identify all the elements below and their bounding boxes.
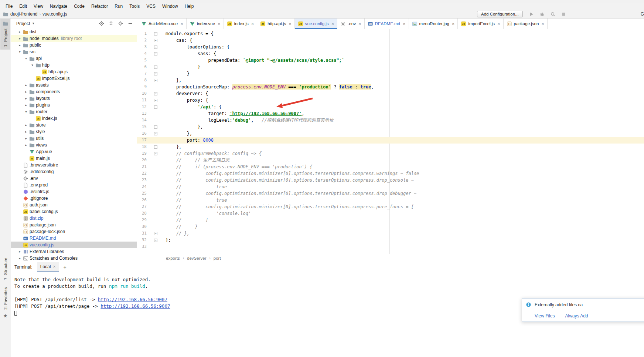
menu-file[interactable]: File (2, 3, 16, 10)
menu-view[interactable]: View (30, 3, 47, 10)
chevron-right-icon[interactable]: ▸ (17, 43, 23, 47)
chevron-right-icon[interactable]: ▸ (23, 97, 29, 100)
editor-tab[interactable]: .env× (337, 18, 364, 29)
fold-marker-icon[interactable]: − (154, 99, 157, 102)
locate-icon[interactable] (99, 21, 104, 26)
editor-tab[interactable]: JShttp-api.js× (257, 18, 294, 29)
tree-row[interactable]: .browserslistrc (11, 162, 137, 168)
tree-row[interactable]: .editorconfig (11, 168, 137, 175)
menu-refactor[interactable]: Refactor (88, 3, 111, 10)
tree-row[interactable]: ▾api (11, 55, 137, 62)
tree-row[interactable]: ▸components (11, 88, 137, 95)
close-icon[interactable]: × (358, 21, 361, 26)
fold-marker-icon[interactable]: − (154, 105, 157, 109)
code-editor[interactable]: 1−module.exports = {2− css: {3− loaderOp… (137, 29, 644, 254)
tree-row[interactable]: ▸utils (11, 135, 137, 142)
tree-row[interactable]: ▸Scratches and Consoles (11, 255, 137, 262)
chevron-right-icon[interactable]: ▸ (23, 83, 29, 87)
tree-row[interactable]: ▸dist (11, 28, 137, 35)
fold-marker-icon[interactable]: − (154, 125, 157, 129)
tree-row[interactable]: .env (11, 175, 137, 182)
breadcrumb-item[interactable]: vue.config.js (42, 11, 67, 17)
chevron-right-icon[interactable]: ▸ (17, 250, 23, 253)
menu-vcs[interactable]: VCS (143, 3, 159, 10)
tree-row[interactable]: JShttp-api.js (11, 68, 137, 75)
editor-tab[interactable]: JSvue.config.js× (295, 18, 338, 29)
new-terminal-button[interactable]: + (63, 264, 66, 270)
editor-tab[interactable]: menuRouter.jpg× (409, 18, 458, 29)
run-icon[interactable] (529, 11, 534, 17)
tree-row[interactable]: ▸node_moduleslibrary root (11, 35, 137, 42)
menu-tools[interactable]: Tools (126, 3, 143, 10)
tree-row[interactable]: ▸public (11, 42, 137, 48)
git-widget[interactable]: Git (641, 11, 644, 17)
tree-row[interactable]: App.vue (11, 148, 137, 155)
menu-help[interactable]: Help (181, 3, 197, 10)
editor-tab[interactable]: MDREADME.md× (365, 18, 409, 29)
close-icon[interactable]: × (251, 21, 254, 26)
close-icon[interactable]: × (218, 21, 221, 26)
project-panel-title[interactable]: Project (16, 21, 30, 26)
tree-row[interactable]: .gitignore (11, 195, 137, 202)
tree-row[interactable]: ▸style (11, 128, 137, 135)
menu-navigate[interactable]: Navigate (47, 3, 71, 10)
search-icon[interactable] (550, 11, 556, 17)
tool-button-project[interactable]: 1: Project (0, 19, 10, 50)
chevron-right-icon[interactable]: ▸ (23, 137, 29, 140)
notification-link[interactable]: View Files (535, 313, 555, 319)
editor-tab[interactable]: JSimportExcel.js× (458, 18, 503, 29)
fold-marker-icon[interactable]: − (154, 39, 157, 42)
notification-link[interactable]: Always Add (565, 313, 588, 319)
editor-breadcrumb-item[interactable]: exports (166, 256, 180, 260)
tree-row[interactable]: ▾http (11, 62, 137, 68)
tree-row[interactable]: JSimportExcel.js (11, 75, 137, 82)
tool-button-favorites[interactable]: 2: Favorites (0, 287, 11, 310)
tree-row[interactable]: ▸views (11, 142, 137, 148)
fold-marker-icon[interactable]: − (154, 239, 157, 242)
editor-tab[interactable]: AsideMenu.vue× (138, 18, 187, 29)
tree-row[interactable]: ▸assets (11, 82, 137, 88)
fold-marker-icon[interactable]: − (154, 72, 157, 75)
chevron-down-icon[interactable]: ▾ (17, 50, 23, 54)
close-icon[interactable]: × (53, 264, 55, 269)
tree-row[interactable]: ▸layouts (11, 95, 137, 102)
chevron-right-icon[interactable]: ▸ (23, 103, 29, 107)
fold-marker-icon[interactable]: − (154, 32, 157, 36)
chevron-down-icon[interactable]: ▾ (23, 57, 29, 60)
chevron-right-icon[interactable]: ▸ (17, 37, 23, 40)
tree-row[interactable]: {}package.json (11, 222, 137, 228)
close-icon[interactable]: × (289, 21, 292, 26)
tree-row[interactable]: .env.prod (11, 182, 137, 188)
tree-row[interactable]: ▾router (11, 108, 137, 115)
chevron-down-icon[interactable]: ▼ (32, 22, 35, 25)
menu-run[interactable]: Run (111, 3, 126, 10)
breadcrumb-item[interactable]: duoji-frontend (10, 11, 37, 17)
tree-row[interactable]: .eslintrc.js (11, 188, 137, 195)
tree-row[interactable]: dist.zip (11, 215, 137, 222)
add-configuration-button[interactable]: Add Configuration... (477, 11, 523, 17)
editor-breadcrumb-item[interactable]: devServer (187, 256, 206, 260)
menu-edit[interactable]: Edit (16, 3, 30, 10)
terminal-link[interactable]: http://192.168.66.56:9007 (98, 297, 167, 302)
fold-marker-icon[interactable]: − (154, 79, 157, 82)
tree-row[interactable]: ▾src (11, 48, 137, 55)
collapse-all-icon[interactable] (108, 21, 114, 26)
tree-row[interactable]: JSbabel.config.js (11, 208, 137, 215)
chevron-right-icon[interactable]: ▸ (23, 143, 29, 147)
tree-row[interactable]: ▸External Libraries (11, 248, 137, 255)
editor-tab[interactable]: JSindex.js× (224, 18, 258, 29)
fold-marker-icon[interactable]: − (154, 65, 157, 69)
tree-row[interactable]: JSvue.config.js (11, 242, 137, 248)
tree-row[interactable]: JSindex.js (11, 115, 137, 122)
stop-icon[interactable] (561, 11, 566, 17)
fold-marker-icon[interactable]: − (154, 92, 157, 95)
fold-marker-icon[interactable]: − (154, 145, 157, 149)
tree-row[interactable]: JSmain.js (11, 155, 137, 162)
fold-marker-icon[interactable]: − (154, 46, 157, 49)
debug-icon[interactable] (539, 11, 545, 17)
hide-icon[interactable] (127, 21, 133, 26)
chevron-right-icon[interactable]: ▸ (17, 256, 23, 260)
editor-tab[interactable]: {}package.json× (504, 18, 548, 29)
chevron-right-icon[interactable]: ▸ (23, 123, 29, 127)
tree-row[interactable]: {}auth.json (11, 202, 137, 208)
